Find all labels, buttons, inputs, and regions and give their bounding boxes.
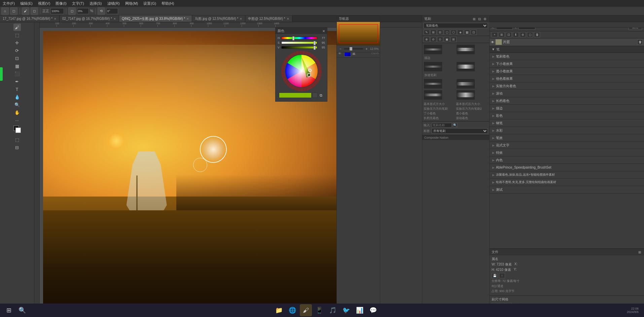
- brush-list-item-18[interactable]: ▶ 绘画不透明,夹克,更多,完整绘制组曲绘画案材: [490, 179, 644, 186]
- tool-eyedrop[interactable]: 💧: [13, 93, 21, 101]
- brush-action-1[interactable]: ✎: [424, 30, 430, 35]
- taskbar-app5[interactable]: 💬: [367, 304, 379, 316]
- taskbar-browser[interactable]: 🌐: [286, 304, 298, 316]
- brush-action-7[interactable]: ▦: [464, 30, 470, 35]
- tool-transform[interactable]: ⟳: [13, 47, 21, 54]
- tab-3[interactable]: 马图.jpg @ 12.5%(RGB/8#) * ✕: [192, 15, 245, 22]
- brush-icon-4[interactable]: ▣: [444, 37, 450, 42]
- action-mask[interactable]: ◻: [527, 32, 533, 37]
- brush-search-btn[interactable]: 🔍: [453, 123, 458, 128]
- nav-zoom-in[interactable]: +: [364, 46, 369, 51]
- tab-close-2[interactable]: ✕: [186, 17, 189, 21]
- brush-list-item-7[interactable]: ▶ 长档着色: [490, 97, 644, 105]
- brush-preset-1[interactable]: [424, 44, 442, 55]
- new-btn[interactable]: ◻: [10, 7, 17, 15]
- brush-preset-3[interactable]: [424, 62, 442, 72]
- tab-close-0[interactable]: ✕: [54, 17, 57, 21]
- brush-list-item-2[interactable]: ▶ 下小着效果: [490, 60, 644, 68]
- menu-text[interactable]: 文字(T): [71, 1, 85, 6]
- brush-preset-7[interactable]: [424, 90, 442, 100]
- taskbar-krita[interactable]: 🖌: [300, 304, 312, 316]
- brush-list-item-10[interactable]: ▶ 钢笔: [490, 119, 644, 127]
- menu-view[interactable]: 视图(V): [37, 1, 52, 6]
- menu-select[interactable]: 选择(S): [88, 1, 103, 6]
- section-header-brushes[interactable]: ▼ 笔: [490, 46, 644, 53]
- taskbar-app3[interactable]: 🐦: [340, 304, 352, 316]
- brush-list-item-12[interactable]: ▶ 笔效: [490, 134, 644, 142]
- brush-action-5[interactable]: ⬡: [451, 30, 457, 35]
- zoom-input[interactable]: [50, 8, 64, 14]
- layer-visibility-icon[interactable]: 👁: [491, 40, 494, 44]
- brush-action-6[interactable]: ◈: [457, 30, 463, 35]
- tool-quick-mask[interactable]: ⬚: [13, 136, 21, 143]
- active-layer-row[interactable]: 👁 片层 🗑: [490, 38, 644, 46]
- taskbar-app1[interactable]: 📱: [313, 304, 325, 316]
- brush-preset-6[interactable]: [456, 79, 475, 89]
- menu-settings[interactable]: 设置(G): [142, 1, 157, 6]
- brush-list-item-1[interactable]: ▶ 笔刷着色: [490, 53, 644, 60]
- file-new-btn[interactable]: ⊞: [637, 250, 642, 254]
- menu-edit[interactable]: 编辑(E): [19, 1, 34, 6]
- brush-list-item-4[interactable]: ▶ 他色着效果: [490, 75, 644, 82]
- brush-input-field[interactable]: [432, 123, 452, 128]
- taskbar-app4[interactable]: 📊: [354, 304, 366, 316]
- brush-list-item-11[interactable]: ▶ 水彩: [490, 127, 644, 134]
- blend-mode-select[interactable]: 笔刷着色: [424, 23, 488, 28]
- tab-0[interactable]: 17_7147.jpg @ 16.7%(RGB/8#) * ✕: [0, 15, 60, 22]
- brush-type-btn[interactable]: ◻: [68, 7, 76, 15]
- brush-preset-4[interactable]: [456, 62, 475, 72]
- canvas-area[interactable]: [40, 28, 380, 310]
- rotation-input[interactable]: [106, 8, 118, 14]
- green-side-tab[interactable]: [0, 67, 3, 81]
- tool-select[interactable]: ⬚: [13, 31, 21, 39]
- menu-image[interactable]: 图像(I): [54, 1, 68, 6]
- background-color[interactable]: [15, 128, 21, 133]
- brush-list-item-8[interactable]: ▶ 描边: [490, 105, 644, 112]
- tool-text[interactable]: T: [13, 85, 21, 93]
- taskbar-folder[interactable]: 📁: [273, 304, 285, 316]
- brush-preset-8[interactable]: [456, 90, 475, 100]
- nav-zoom-out[interactable]: −: [338, 46, 343, 51]
- action-new-layer[interactable]: +: [492, 32, 498, 37]
- val-track[interactable]: [281, 46, 317, 49]
- brush-list-item-13[interactable]: ▶ 花式文字: [490, 142, 644, 149]
- home-btn[interactable]: ⌂: [1, 7, 9, 15]
- tool-crop[interactable]: ⊡: [13, 55, 21, 62]
- tab-4[interactable]: 申图@ 12.5%(RGB/8#) * ✕: [245, 15, 292, 22]
- brush-icon-1[interactable]: ⊕: [424, 37, 430, 42]
- brush-preset-5[interactable]: [424, 79, 442, 89]
- color-wheel[interactable]: [281, 51, 322, 91]
- navigator-preview[interactable]: [337, 22, 380, 45]
- brush-import-btn[interactable]: ⊞: [472, 16, 476, 21]
- tool-zoom[interactable]: 🔍: [13, 101, 21, 108]
- tool-path[interactable]: ✒: [13, 78, 21, 85]
- file-share-btn[interactable]: ↑: [499, 273, 505, 278]
- action-delete[interactable]: 🗑: [534, 32, 540, 37]
- brush-list-item-5[interactable]: ▶ 实验方向着色: [490, 82, 644, 90]
- color-selector[interactable]: [13, 126, 21, 133]
- navigator-viewport[interactable]: [339, 24, 378, 43]
- tab-2[interactable]: QINQ_2925+生图.jpg @ 33.8%(RGB/8#) * ✕: [119, 15, 192, 22]
- start-btn[interactable]: ⊞: [3, 304, 15, 316]
- brush-list-item-9[interactable]: ▶ 彩色: [490, 112, 644, 119]
- brush-list-item-15[interactable]: ▶ 内色: [490, 156, 644, 164]
- color-panel-close[interactable]: ✕: [322, 29, 325, 33]
- brush-action-8[interactable]: ⊡: [471, 30, 477, 35]
- taskbar-app2[interactable]: 🎵: [327, 304, 339, 316]
- tool-more[interactable]: ···: [13, 116, 21, 124]
- erase-btn[interactable]: ◻: [31, 7, 38, 15]
- tool-gradient[interactable]: ▦: [13, 62, 21, 70]
- brush-preset-2[interactable]: [456, 44, 475, 55]
- brush-tag-select[interactable]: 所有笔刷: [432, 128, 488, 134]
- brush-action-3[interactable]: ⊟: [437, 30, 443, 35]
- transform-btn[interactable]: ⟲: [98, 7, 105, 15]
- brush-action-2[interactable]: ⊞: [430, 30, 436, 35]
- action-filter[interactable]: ⊚: [520, 32, 526, 37]
- menu-network[interactable]: 网络(M): [124, 1, 140, 6]
- brush-icon-2[interactable]: ⊘: [430, 37, 436, 42]
- tool-screen-mode[interactable]: ⊟: [13, 144, 21, 151]
- action-duplicate[interactable]: ⊡: [506, 32, 512, 37]
- brush-list-item-19[interactable]: ▶ 测试: [490, 186, 644, 193]
- brush-action-4[interactable]: ◻: [444, 30, 450, 35]
- tool-brush[interactable]: 🖌: [13, 24, 21, 31]
